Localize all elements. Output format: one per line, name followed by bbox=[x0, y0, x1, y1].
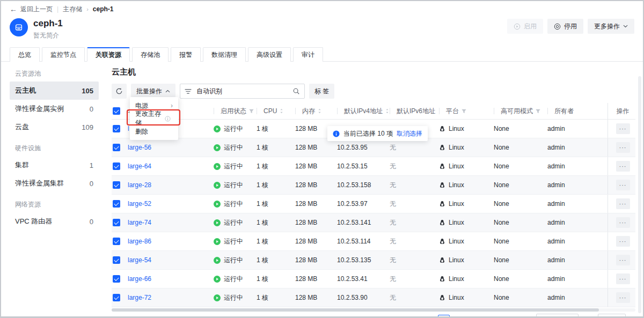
row-checkbox[interactable] bbox=[113, 294, 120, 301]
filter-icon[interactable] bbox=[248, 108, 254, 114]
ipv6-cell: 无 bbox=[390, 293, 439, 302]
row-checkbox[interactable] bbox=[113, 144, 120, 151]
vm-name-link[interactable]: large-86 bbox=[128, 238, 151, 245]
page-button-1[interactable]: 1 bbox=[423, 315, 435, 318]
column-header-label: 内存 bbox=[302, 107, 315, 116]
tab-2[interactable]: 监控节点 bbox=[42, 47, 85, 62]
storage-avatar bbox=[10, 18, 28, 36]
status-cell: 运行中 bbox=[214, 124, 257, 134]
vm-name-link[interactable]: large-52 bbox=[128, 200, 151, 208]
owner-value: admin bbox=[547, 162, 565, 170]
page-button-4[interactable]: 4 bbox=[468, 315, 480, 318]
sidebar-item-count: 1 bbox=[90, 161, 93, 169]
vertical-scrollbar[interactable] bbox=[638, 76, 641, 313]
sidebar-item[interactable]: 集群1 bbox=[10, 156, 99, 174]
tab-6[interactable]: 数据清理 bbox=[203, 47, 246, 62]
search-input[interactable] bbox=[195, 87, 289, 95]
tab-7[interactable]: 高级设置 bbox=[248, 47, 291, 62]
vm-name-link[interactable]: large-56 bbox=[128, 144, 151, 151]
enable-button[interactable]: 启用 bbox=[507, 19, 543, 34]
filter-icon[interactable] bbox=[461, 108, 467, 114]
vm-name-link[interactable]: large-28 bbox=[128, 181, 151, 189]
vm-name-link[interactable]: large-64 bbox=[128, 162, 151, 170]
tab-3[interactable]: 关联资源 bbox=[87, 47, 130, 62]
row-actions-button[interactable]: ··· bbox=[616, 198, 630, 209]
ha-cell: None bbox=[494, 238, 547, 245]
row-actions-button[interactable]: ··· bbox=[616, 273, 630, 284]
platform-label: Linux bbox=[449, 162, 464, 170]
page-button-3[interactable]: 3 bbox=[453, 315, 465, 318]
row-actions-button[interactable]: ··· bbox=[616, 255, 630, 265]
search-icon[interactable] bbox=[292, 87, 300, 95]
page-button-2[interactable]: 2 bbox=[438, 315, 450, 318]
owner-value: admin bbox=[547, 294, 565, 301]
platform-badge: Linux bbox=[439, 275, 464, 283]
row-actions-button[interactable]: ··· bbox=[616, 292, 630, 303]
horizontal-scrollbar-thumb[interactable] bbox=[112, 308, 599, 312]
row-checkbox[interactable] bbox=[113, 238, 120, 245]
clear-selection-link[interactable]: 取消选择 bbox=[397, 129, 422, 138]
table-footer: 第 11-20 项，共 105 项 ‹12345···11›10 项/页跳至页 bbox=[112, 312, 635, 318]
page-button-11[interactable]: 11 bbox=[513, 315, 525, 318]
sort-icon[interactable] bbox=[317, 108, 322, 114]
platform-badge: Linux bbox=[439, 256, 464, 264]
row-actions-button[interactable]: ··· bbox=[616, 123, 630, 134]
table-row: large-66运行中1 核128 MB10.2.53.41无LinuxNone… bbox=[112, 270, 635, 289]
row-checkbox[interactable] bbox=[113, 200, 120, 208]
filter-icon[interactable] bbox=[535, 108, 541, 114]
row-checkbox[interactable] bbox=[113, 162, 120, 170]
disable-button[interactable]: 停用 bbox=[547, 19, 583, 34]
breadcrumb-section[interactable]: 主存储 bbox=[63, 5, 82, 14]
tab-4[interactable]: 存储池 bbox=[132, 47, 169, 62]
batch-actions-button[interactable]: 批量操作 bbox=[131, 84, 175, 99]
row-actions-button[interactable]: ··· bbox=[616, 142, 630, 153]
row-checkbox[interactable] bbox=[113, 181, 120, 189]
owner-cell: admin bbox=[547, 294, 608, 301]
vm-name-link[interactable]: l bbox=[128, 125, 129, 132]
tag-button[interactable]: 标 签 bbox=[309, 84, 334, 99]
cpu-cell: 1 核 bbox=[257, 143, 295, 152]
cpu-cell: 1 核 bbox=[257, 256, 295, 265]
sidebar-item[interactable]: 云盘109 bbox=[10, 118, 99, 136]
back-link[interactable]: ← 返回上一页 bbox=[10, 5, 53, 14]
sort-icon[interactable] bbox=[279, 108, 284, 114]
row-actions-button[interactable]: ··· bbox=[616, 180, 630, 190]
platform-cell: Linux bbox=[439, 125, 494, 132]
column-header-label: 默认IPv6地址 bbox=[397, 107, 435, 116]
ipv4-value: 10.2.53.114 bbox=[337, 238, 371, 245]
row-checkbox[interactable] bbox=[113, 275, 120, 283]
tab-1[interactable]: 总览 bbox=[10, 47, 40, 62]
refresh-button[interactable] bbox=[112, 84, 127, 99]
vm-name-link[interactable]: large-54 bbox=[128, 256, 151, 264]
page-size-select[interactable]: 10 项/页 bbox=[536, 314, 579, 318]
owner-value: admin bbox=[547, 238, 565, 245]
vm-name-link[interactable]: large-66 bbox=[128, 275, 151, 283]
owner-value: admin bbox=[547, 181, 565, 189]
row-actions-button[interactable]: ··· bbox=[616, 236, 630, 247]
tab-5[interactable]: 报警 bbox=[171, 47, 201, 62]
horizontal-scrollbar[interactable] bbox=[112, 308, 635, 312]
sidebar-item[interactable]: 弹性裸金属集群0 bbox=[10, 174, 99, 193]
menu-item-change-primary-storage[interactable]: 更改主存储 bbox=[130, 112, 178, 125]
more-actions-button[interactable]: 更多操作 bbox=[588, 19, 634, 34]
vm-name-link[interactable]: large-74 bbox=[128, 219, 151, 226]
row-actions-button[interactable]: ··· bbox=[616, 161, 630, 172]
sidebar-item[interactable]: 云主机105 bbox=[10, 82, 99, 100]
row-checkbox[interactable] bbox=[113, 256, 120, 264]
memory-cell: 128 MB bbox=[295, 294, 337, 301]
page-button-5[interactable]: 5 bbox=[483, 315, 495, 318]
row-actions-button[interactable]: ··· bbox=[616, 217, 630, 228]
vm-name-link[interactable]: large-72 bbox=[128, 294, 151, 301]
tab-8[interactable]: 审计 bbox=[293, 47, 323, 62]
sidebar-item[interactable]: VPC 路由器0 bbox=[10, 212, 99, 231]
row-checkbox[interactable] bbox=[113, 125, 120, 132]
sort-icon[interactable] bbox=[385, 108, 390, 114]
select-all-checkbox[interactable] bbox=[113, 107, 120, 115]
column-header: 内存 bbox=[295, 107, 337, 116]
row-checkbox[interactable] bbox=[113, 219, 120, 226]
sidebar-item[interactable]: 弹性裸金属实例0 bbox=[10, 100, 99, 118]
column-separator bbox=[214, 108, 214, 114]
jump-page-input[interactable] bbox=[598, 314, 626, 318]
memory-value: 128 MB bbox=[295, 200, 317, 208]
column-separator bbox=[439, 108, 440, 114]
